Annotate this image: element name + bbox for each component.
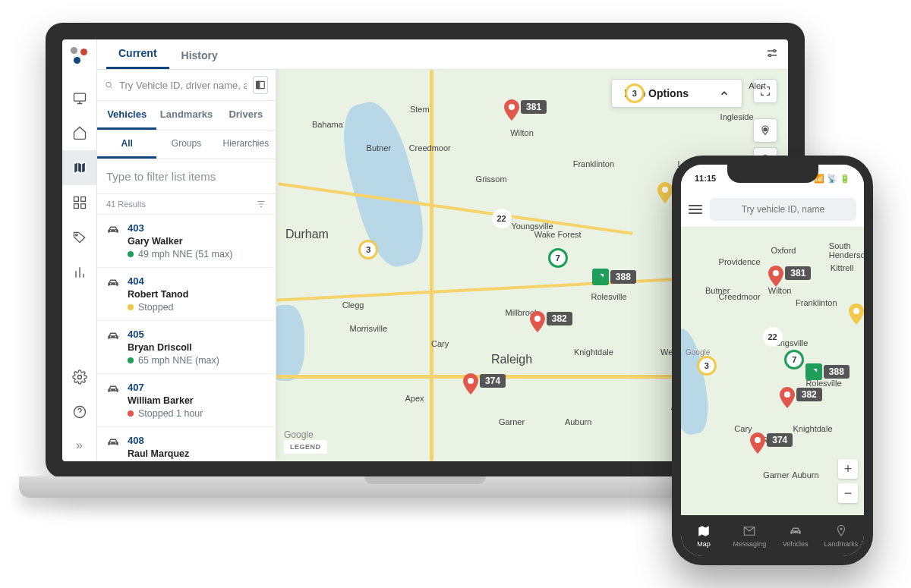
map-pin[interactable]: 382 bbox=[778, 386, 796, 412]
city-label: Alert bbox=[749, 81, 766, 90]
vehicle-item[interactable]: 405 Bryan Driscoll 65 mph NNE (max) bbox=[97, 321, 276, 374]
svg-point-14 bbox=[764, 128, 767, 131]
vehicle-status: 49 mph NNE (51 max) bbox=[128, 249, 232, 259]
vehicle-item[interactable]: 403 Gary Walker 49 mph NNE (51 max) bbox=[97, 215, 276, 268]
city-label: Oxford bbox=[771, 246, 796, 255]
map-cluster[interactable]: 7 bbox=[548, 248, 568, 268]
city-label: Wilton bbox=[510, 128, 534, 137]
city-label: Raleigh bbox=[491, 353, 532, 366]
tab-history[interactable]: History bbox=[169, 49, 230, 69]
filter-icon[interactable] bbox=[256, 199, 266, 209]
city-label: Garner bbox=[763, 470, 789, 480]
city-label: Stem bbox=[410, 105, 430, 114]
vehicle-item[interactable]: 404 Robert Tanod Stopped bbox=[97, 268, 276, 321]
vehicle-item[interactable]: 407 William Barker Stopped 1 hour bbox=[97, 374, 276, 427]
nav-tag-icon[interactable] bbox=[62, 220, 97, 255]
phone-map-canvas[interactable]: Google + − RaleighCaryGarnerAuburnKnight… bbox=[681, 228, 864, 515]
zoom-in-icon[interactable]: + bbox=[838, 459, 858, 479]
phone-tab-map[interactable]: Map bbox=[681, 515, 727, 556]
vehicle-status: Stopped bbox=[128, 302, 188, 313]
nav-map-icon[interactable] bbox=[62, 150, 97, 185]
map-pin[interactable]: 381 bbox=[503, 99, 521, 124]
phone-device: 11:15 📶 📡 🔋 Google + − RaleighCaryGarner… bbox=[672, 156, 873, 565]
city-label: Auburn bbox=[792, 470, 818, 480]
menu-icon[interactable] bbox=[689, 205, 702, 214]
map-pin[interactable]: 401 bbox=[847, 303, 864, 329]
map-cluster[interactable]: 7 bbox=[784, 350, 804, 369]
tab-current[interactable]: Current bbox=[106, 47, 169, 69]
locate-icon[interactable] bbox=[753, 118, 777, 143]
vehicle-driver: Raul Marquez bbox=[128, 448, 234, 459]
city-label: Auburn bbox=[565, 417, 591, 426]
map-legend-button[interactable]: LEGEND bbox=[284, 440, 327, 454]
nav-help-icon[interactable] bbox=[62, 395, 97, 429]
subtab-groups[interactable]: Groups bbox=[156, 130, 216, 159]
map-pin[interactable]: 388 bbox=[592, 269, 636, 285]
city-label: Durham bbox=[285, 228, 329, 241]
results-count: 41 Results bbox=[106, 200, 146, 209]
nav-home-icon[interactable] bbox=[62, 115, 97, 150]
panel-tab-landmarks[interactable]: Landmarks bbox=[156, 101, 216, 130]
map-pin[interactable]: 374 bbox=[462, 373, 480, 398]
app-logo-icon bbox=[71, 47, 89, 65]
svg-rect-2 bbox=[74, 197, 78, 202]
map-pin[interactable]: 381 bbox=[767, 265, 785, 291]
city-label: Creedmoor bbox=[409, 143, 451, 153]
map-pin[interactable]: 374 bbox=[749, 432, 767, 458]
vehicle-item[interactable]: 408 Raul Marquez 16 mph SSW (25 max) bbox=[97, 427, 276, 461]
svg-point-11 bbox=[106, 82, 111, 86]
subtab-all[interactable]: All bbox=[97, 130, 156, 159]
phone-tab-messaging[interactable]: Messaging bbox=[727, 515, 772, 556]
top-bar: Current History bbox=[97, 39, 788, 70]
svg-point-9 bbox=[774, 49, 776, 52]
city-label: Franklinton bbox=[796, 298, 837, 307]
phone-tab-vehicles[interactable]: Vehicles bbox=[773, 515, 818, 556]
map-cluster[interactable]: 3 bbox=[697, 356, 717, 376]
panel-toggle-icon[interactable] bbox=[253, 76, 268, 94]
city-label: Morrisville bbox=[350, 324, 388, 333]
panel-tab-drivers[interactable]: Drivers bbox=[216, 101, 276, 130]
svg-rect-5 bbox=[80, 204, 85, 209]
svg-rect-3 bbox=[80, 197, 85, 202]
map-cluster[interactable]: 3 bbox=[625, 83, 645, 103]
city-label: Bahama bbox=[312, 120, 343, 129]
map-cluster[interactable]: 3 bbox=[358, 240, 378, 259]
city-label: South Henderson bbox=[829, 241, 864, 259]
vehicle-driver: William Barker bbox=[128, 395, 203, 406]
settings-sliders-icon[interactable] bbox=[765, 46, 779, 63]
vehicle-driver: Robert Tanod bbox=[128, 289, 188, 300]
vehicle-id: 404 bbox=[128, 275, 188, 287]
filter-input[interactable] bbox=[97, 159, 276, 194]
phone-search-input[interactable] bbox=[710, 198, 856, 221]
city-label: Garner bbox=[499, 417, 525, 426]
side-panel: Vehicles Landmarks Drivers All Groups Hi… bbox=[97, 70, 276, 461]
vehicle-status: Stopped 1 hour bbox=[128, 408, 203, 419]
phone-tab-landmarks[interactable]: Landmarks bbox=[818, 515, 864, 556]
map-pin[interactable]: 382 bbox=[528, 310, 547, 336]
city-label: Clegg bbox=[342, 300, 364, 310]
nav-rail: » bbox=[62, 39, 97, 461]
search-input[interactable] bbox=[119, 80, 247, 91]
map-cluster[interactable]: 22 bbox=[492, 209, 512, 228]
city-label: Wake Forest bbox=[534, 230, 582, 239]
vehicle-id: 407 bbox=[128, 382, 203, 393]
city-label: Providence bbox=[719, 257, 761, 266]
city-label: Ingleside bbox=[720, 112, 754, 121]
panel-tab-vehicles[interactable]: Vehicles bbox=[97, 101, 156, 130]
svg-rect-13 bbox=[257, 81, 260, 88]
zoom-out-icon[interactable]: − bbox=[838, 483, 858, 503]
nav-dashboard-icon[interactable] bbox=[62, 185, 97, 220]
subtab-hierarchies[interactable]: Hierarchies bbox=[216, 130, 276, 159]
vehicle-id: 403 bbox=[128, 222, 232, 234]
car-icon bbox=[106, 329, 120, 343]
vehicle-id: 408 bbox=[128, 435, 234, 446]
nav-monitor-icon[interactable] bbox=[62, 80, 97, 115]
map-pin[interactable]: 388 bbox=[805, 363, 850, 380]
car-icon bbox=[106, 276, 120, 290]
nav-reports-icon[interactable] bbox=[62, 255, 97, 290]
map-cluster[interactable]: 22 bbox=[763, 327, 783, 347]
car-icon bbox=[106, 382, 120, 396]
nav-collapse-icon[interactable]: » bbox=[67, 429, 92, 461]
nav-settings-icon[interactable] bbox=[62, 360, 97, 395]
city-label: Apex bbox=[405, 394, 424, 403]
